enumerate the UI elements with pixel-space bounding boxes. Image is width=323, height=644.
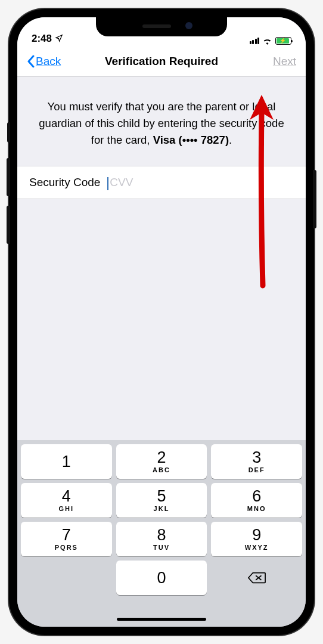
card-label: Visa (•••• 7827) <box>153 134 229 146</box>
security-code-label: Security Code <box>29 176 100 189</box>
keypad-key-6[interactable]: 6MNO <box>211 483 302 518</box>
security-code-input[interactable]: CVV <box>107 176 294 189</box>
key-letters: PQRS <box>55 544 78 551</box>
key-letters: ABC <box>153 466 170 473</box>
side-button <box>313 170 316 228</box>
instruction-text: You must verify that you are the parent … <box>17 77 306 166</box>
keypad-key-7[interactable]: 7PQRS <box>21 522 112 556</box>
key-number: 4 <box>62 488 71 504</box>
keypad-key-8[interactable]: 8TUV <box>116 522 207 556</box>
nav-bar: Back Verification Required Next <box>17 46 306 77</box>
text-cursor <box>107 177 108 190</box>
spacer <box>17 199 306 440</box>
keypad-key-9[interactable]: 9WXYZ <box>211 522 302 556</box>
keypad-key-3[interactable]: 3DEF <box>211 444 302 479</box>
key-number: 7 <box>62 527 71 543</box>
key-number: 8 <box>157 527 166 543</box>
chevron-left-icon <box>27 55 35 68</box>
instruction-suffix: . <box>229 134 232 146</box>
backspace-key[interactable] <box>211 561 302 595</box>
page-title: Verification Required <box>105 55 218 68</box>
home-indicator[interactable] <box>117 618 206 621</box>
home-indicator-area <box>17 603 306 627</box>
next-button[interactable]: Next <box>273 55 296 68</box>
back-label: Back <box>36 55 61 68</box>
keypad-spacer <box>21 561 112 595</box>
numeric-keypad: 12ABC3DEF4GHI5JKL6MNO7PQRS8TUV9WXYZ0 <box>17 440 306 603</box>
screen: 2:48 ⚡ Back Verifica <box>17 17 306 627</box>
keypad-key-5[interactable]: 5JKL <box>116 483 207 518</box>
phone-frame: 2:48 ⚡ Back Verifica <box>9 9 314 635</box>
back-button[interactable]: Back <box>27 55 61 68</box>
security-code-placeholder: CVV <box>107 176 133 188</box>
key-number: 6 <box>252 488 261 504</box>
key-number: 2 <box>157 450 166 466</box>
cellular-signal-icon <box>250 38 260 44</box>
backspace-icon <box>248 571 266 584</box>
key-number: 3 <box>252 450 261 466</box>
battery-icon: ⚡ <box>275 37 291 45</box>
key-letters: TUV <box>153 544 170 551</box>
key-number: 9 <box>252 527 261 543</box>
status-time: 2:48 <box>32 33 52 45</box>
wifi-icon <box>262 37 272 45</box>
key-letters: JKL <box>154 505 170 512</box>
security-code-row[interactable]: Security Code CVV <box>17 166 306 199</box>
charging-bolt-icon: ⚡ <box>279 38 286 44</box>
key-number: 1 <box>62 454 71 470</box>
keypad-key-2[interactable]: 2ABC <box>116 444 207 479</box>
keypad-key-0[interactable]: 0 <box>116 561 207 595</box>
notch <box>96 17 227 36</box>
keypad-key-1[interactable]: 1 <box>21 444 112 479</box>
location-icon <box>55 34 63 44</box>
mute-switch <box>7 122 10 143</box>
key-letters: GHI <box>59 505 74 512</box>
keypad-key-4[interactable]: 4GHI <box>21 483 112 518</box>
key-letters: MNO <box>247 505 266 512</box>
key-number: 5 <box>157 488 166 504</box>
volume-down-button <box>7 206 10 244</box>
key-letters: DEF <box>249 466 265 473</box>
key-number: 0 <box>157 570 166 586</box>
volume-up-button <box>7 158 10 196</box>
key-letters: WXYZ <box>245 544 269 551</box>
